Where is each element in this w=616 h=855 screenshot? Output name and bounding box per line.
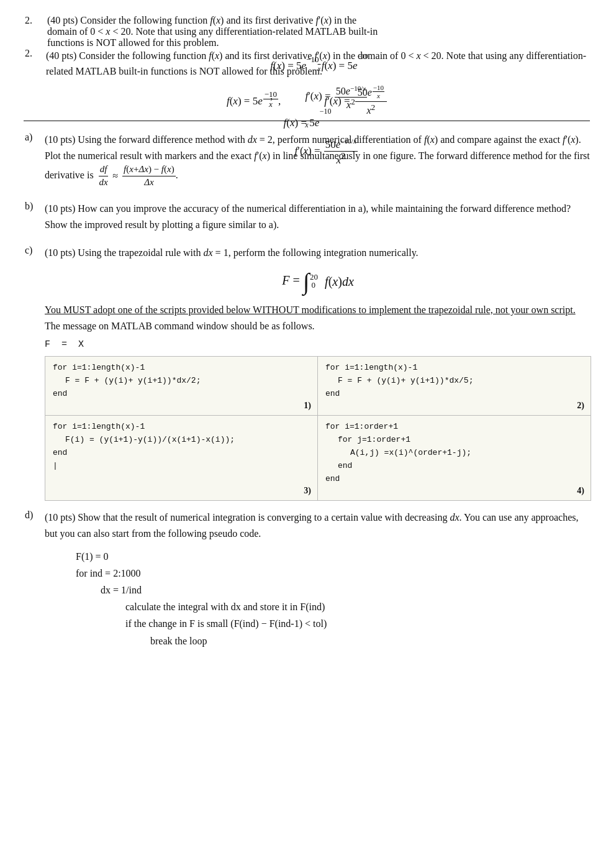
problem-num-label: 2.	[25, 15, 32, 25]
header-text: (40 pts) Consider the following function…	[47, 15, 356, 25]
part-c: c) (10 pts) Using the trapezoidal rule w…	[25, 245, 591, 501]
part-d-content: (10 pts) Show that the result of numeric…	[45, 510, 591, 649]
code-box-4-line1: for i=1:order+1	[325, 421, 583, 434]
code-box-4-line5: end	[325, 473, 583, 486]
code-grid: for i=1:length(x)-1 F = F + (y(i)+ y(i+1…	[45, 356, 591, 501]
code-box-1: for i=1:length(x)-1 F = F + (y(i)+ y(i+1…	[45, 357, 318, 416]
code-box-3-line3: end	[53, 447, 310, 460]
code-box-1-line3: end	[53, 388, 310, 401]
domain-text: domain of 0 < x < 20. Note that using an…	[47, 26, 378, 37]
functions-text: functions is NOT allowed for this proble…	[47, 37, 219, 48]
part-d: d) (10 pts) Show that the result of nume…	[25, 510, 591, 649]
code-box-3-line2: F(i) = (y(i+1)-y(i))/(x(i+1)-x(i));	[65, 434, 310, 447]
part-d-label: d)	[25, 510, 41, 649]
pseudo-line-6: break the loop	[150, 633, 591, 649]
pseudo-line-5: if the change in F is small (F(ind) − F(…	[125, 615, 591, 632]
part-a-content: (10 pts) Using the forward difference me…	[45, 132, 591, 188]
code-box-3-label: 3)	[304, 484, 311, 498]
full-document: 2. (40 pts) Consider the following funct…	[25, 48, 591, 649]
pseudo-line-2: for ind = 2:1000	[76, 565, 591, 582]
code-box-4-label: 4)	[577, 484, 584, 498]
part-b: b) (10 pts) How can you improve the accu…	[25, 201, 591, 232]
problem-description: (40 pts) Consider the following function…	[47, 15, 591, 122]
pseudo-line-3: dx = 1/ind	[101, 582, 591, 598]
part-b-label: b)	[25, 201, 41, 232]
code-box-3-line1: for i=1:length(x)-1	[53, 421, 310, 434]
code-box-4-line4: end	[338, 460, 583, 473]
part-c-content: (10 pts) Using the trapezoidal rule with…	[45, 245, 591, 501]
code-box-4: for i=1:order+1 for j=1:order+1 A(i,j) =…	[318, 416, 591, 500]
normal-text2: The message on MATLAB command window sho…	[45, 321, 315, 331]
code-box-4-line3: A(i,j) =x(i)^(order+1-j);	[350, 447, 583, 460]
code-box-2-line1: for i=1:length(x)-1	[325, 362, 583, 375]
part-b-content: (10 pts) How can you improve the accurac…	[45, 201, 591, 232]
underline-text1: You MUST adopt one of the scripts provid…	[45, 304, 576, 315]
main-formulas: f(x) = 5e−10 f(x) = 5e−10x, f′(x) = 50e−…	[47, 57, 591, 111]
code-box-1-line2: F = F + (y(i)+ y(i+1))*dx/2;	[65, 375, 310, 388]
code-box-4-line2: for j=1:order+1	[338, 434, 583, 447]
problem-block: 2. (40 pts) Consider the following funct…	[25, 15, 591, 122]
part-c-label: c)	[25, 245, 41, 501]
code-box-3-line4: |	[53, 460, 310, 473]
code-box-2-line2: F = F + (y(i)+ y(i+1))*dx/5;	[338, 375, 583, 388]
fpx-formula-display: f′(x) = 50e−10x x2	[324, 86, 389, 118]
underline-paragraph: You MUST adopt one of the scripts provid…	[45, 302, 591, 334]
fx-formula-display: f(x) = 5e−10x,	[227, 92, 281, 112]
pseudo-code-block: F(1) = 0 for ind = 2:1000 dx = 1/ind cal…	[76, 548, 591, 649]
part-a: a) (10 pts) Using the forward difference…	[25, 132, 591, 188]
integral-display: F = ∫ 20 0 f(x)dx	[45, 270, 591, 293]
code-box-1-label: 1)	[304, 399, 311, 413]
part-a-label: a)	[25, 132, 41, 188]
code-box-2-line3: end	[325, 388, 583, 401]
p2-num: 2.	[25, 48, 42, 80]
code-box-3: for i=1:length(x)-1 F(i) = (y(i+1)-y(i))…	[45, 416, 318, 500]
pseudo-line-1: F(1) = 0	[76, 548, 591, 565]
code-box-2-label: 2)	[577, 399, 584, 413]
code-box-2: for i=1:length(x)-1 F = F + (y(i)+ y(i+1…	[318, 357, 591, 416]
code-box-1-line1: for i=1:length(x)-1	[53, 362, 310, 375]
f-equals-x: F = X	[45, 337, 591, 352]
pseudo-line-4: calculate the integral with dx and store…	[125, 598, 591, 615]
